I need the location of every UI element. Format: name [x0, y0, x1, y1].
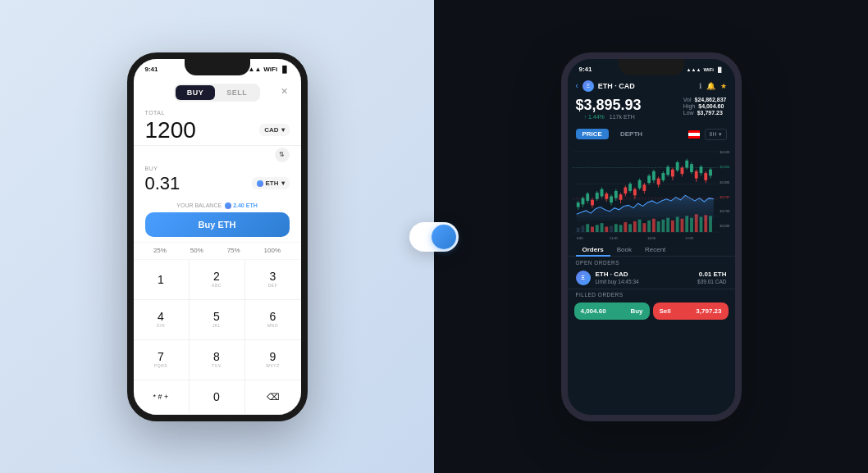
info-icon[interactable]: ℹ: [699, 82, 701, 90]
svg-rect-18: [633, 221, 636, 232]
svg-rect-68: [651, 171, 655, 180]
trade-header: ‹ Ξ ETH · CAD ℹ 🔔 ★: [568, 77, 735, 95]
eth-dot-icon: [257, 180, 263, 187]
key-4[interactable]: 4GHI: [134, 300, 190, 340]
key-7[interactable]: 7PQRS: [134, 340, 190, 380]
svg-rect-6: [576, 227, 579, 231]
bell-icon[interactable]: 🔔: [706, 82, 715, 90]
svg-rect-64: [642, 184, 646, 191]
sell-btn-label: Sell: [660, 307, 671, 315]
svg-rect-20: [642, 223, 646, 232]
timeframe-selector[interactable]: 8H ▾: [705, 129, 727, 140]
order-detail: Limit buy 14:45:34: [596, 279, 693, 284]
buy-sell-header: BUY SELL ✕: [134, 77, 301, 107]
order-eth: 0.01 ETH: [697, 271, 726, 278]
buy-eth-button[interactable]: Buy ETH: [145, 212, 290, 237]
key-1[interactable]: 1: [134, 260, 190, 300]
swap-icon[interactable]: ⇅: [275, 148, 290, 162]
price-left: $3,895.93 ↑ 1.44% 117k ETH: [576, 97, 643, 123]
balance-eth: 2.40 ETH: [225, 202, 258, 209]
svg-rect-80: [680, 167, 683, 174]
svg-rect-10: [595, 225, 598, 232]
time-left: 9:41: [145, 66, 158, 73]
key-5[interactable]: 5JKL: [190, 300, 245, 340]
back-arrow-icon[interactable]: ‹: [576, 81, 578, 90]
key-8[interactable]: 8TUV: [190, 340, 245, 380]
svg-rect-52: [614, 190, 617, 198]
svg-text:$4,100.0: $4,100.0: [720, 149, 729, 153]
buy-amount[interactable]: 0.31: [145, 173, 180, 194]
order-info: ETH · CAD Limit buy 14:45:34: [596, 271, 693, 284]
svg-text:$3,700.0: $3,700.0: [720, 208, 729, 212]
pct-50-button[interactable]: 50%: [187, 245, 207, 256]
svg-rect-82: [685, 160, 688, 167]
pct-75-button[interactable]: 75%: [224, 245, 244, 256]
theme-toggle[interactable]: [409, 222, 459, 252]
eth-icon: [225, 202, 231, 209]
key-9[interactable]: 9WXYZ: [245, 340, 301, 380]
svg-rect-40: [586, 193, 589, 201]
main-price: $3,895.93: [576, 97, 643, 114]
order-amount: 0.01 ETH $39.01 CAD: [697, 271, 726, 284]
phone-content-right: ‹ Ξ ETH · CAD ℹ 🔔 ★ $3,895.93 ↑ 1.44% 11…: [568, 77, 735, 415]
orders-tab[interactable]: Orders: [576, 243, 610, 256]
key-3[interactable]: 3DEF: [245, 260, 301, 300]
svg-rect-46: [600, 189, 603, 196]
key-0[interactable]: 0: [190, 380, 245, 415]
buy-btn-label: Buy: [630, 307, 642, 315]
header-icons: ℹ 🔔 ★: [699, 82, 727, 90]
svg-rect-21: [647, 220, 651, 231]
order-coin-icon: Ξ: [576, 271, 591, 285]
svg-rect-24: [661, 219, 665, 231]
total-amount[interactable]: 1200: [145, 117, 196, 143]
change-pct: ↑ 1.44%: [584, 114, 605, 120]
buy-tab[interactable]: BUY: [176, 85, 216, 100]
order-tabs: Orders Book Recent: [568, 243, 735, 257]
svg-rect-13: [610, 225, 613, 232]
candlestick-chart: $4,100.0 $4,004.6 $3,900.0 $3,797.2 $3,7…: [573, 143, 730, 241]
svg-rect-15: [619, 225, 622, 232]
sell-price: 3,797.23: [696, 307, 721, 315]
keypad: 1 2ABC 3DEF 4GHI 5JKL 6MNO 7PQRS 8TUV 9W…: [134, 260, 301, 415]
price-tab[interactable]: PRICE: [576, 129, 609, 139]
pct-100-button[interactable]: 100%: [261, 245, 284, 256]
bottom-trade-bar: 4,004.60 Buy Sell 3,797.23: [568, 299, 735, 325]
sell-tab[interactable]: SELL: [215, 85, 258, 100]
svg-rect-60: [633, 189, 636, 195]
open-orders-label: OPEN ORDERS: [568, 257, 735, 267]
svg-text:$3,797.2: $3,797.2: [720, 194, 729, 198]
currency-selector[interactable]: CAD ▾: [259, 124, 289, 136]
svg-rect-84: [690, 164, 693, 172]
chart-flag: [688, 130, 700, 139]
chevron-down-icon-eth: ▾: [281, 180, 285, 187]
key-backspace[interactable]: ⌫: [245, 380, 301, 415]
battery-icon: ▐▌: [280, 66, 289, 73]
chart-area: $4,100.0 $4,004.6 $3,900.0 $3,797.2 $3,7…: [573, 143, 730, 241]
recent-tab[interactable]: Recent: [638, 243, 672, 256]
buy-price: 4,004.60: [581, 307, 606, 315]
key-6[interactable]: 6MNO: [245, 300, 301, 340]
buy-currency-selector[interactable]: ETH ▾: [252, 177, 290, 189]
total-section: TOTAL 1200 CAD ▾: [134, 107, 301, 146]
svg-rect-56: [624, 187, 627, 193]
svg-rect-36: [576, 202, 579, 207]
vol-value: $24,862,837: [695, 97, 727, 102]
svg-text:$4,004.6: $4,004.6: [720, 164, 729, 168]
sell-trade-button[interactable]: Sell 3,797.23: [653, 302, 729, 320]
key-special[interactable]: * # +: [134, 380, 190, 415]
key-2[interactable]: 2ABC: [190, 260, 245, 300]
left-phone: 9:41 ▲▲▲ WiFi ▐▌ BUY SELL ✕ TOTAL 1200: [127, 52, 308, 421]
pct-25-button[interactable]: 25%: [150, 245, 170, 256]
change-vol: 117k ETH: [610, 114, 635, 120]
star-icon[interactable]: ★: [720, 82, 727, 90]
book-tab[interactable]: Book: [610, 243, 638, 256]
buy-label: BUY: [145, 166, 290, 171]
order-cad: $39.01 CAD: [697, 279, 726, 284]
buy-trade-button[interactable]: 4,004.60 Buy: [574, 302, 650, 320]
phone-content-left: BUY SELL ✕ TOTAL 1200 CAD ▾ ⇅: [134, 77, 301, 415]
price-row: $3,895.93 ↑ 1.44% 117k ETH Vol $24,862,8…: [568, 95, 735, 126]
svg-rect-14: [614, 224, 617, 232]
close-button[interactable]: ✕: [278, 85, 291, 98]
depth-tab[interactable]: DEPTH: [614, 129, 649, 139]
left-section: 9:41 ▲▲▲ WiFi ▐▌ BUY SELL ✕ TOTAL 1200: [0, 0, 434, 473]
